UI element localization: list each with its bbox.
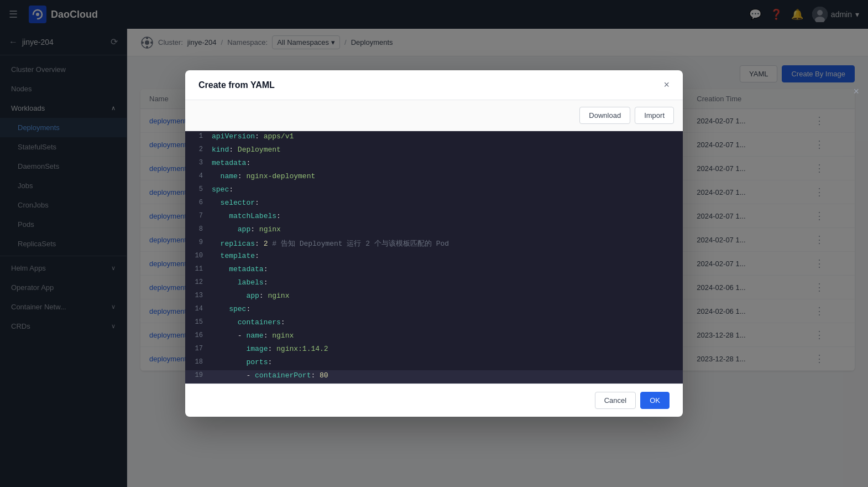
modal-footer: Cancel OK	[185, 384, 683, 417]
line-content[interactable]: matchLabels:	[207, 211, 683, 221]
modal-header: Create from YAML ×	[185, 70, 683, 100]
line-content[interactable]: apiVersion: apps/v1	[207, 131, 683, 142]
code-line: 10 template:	[185, 251, 683, 264]
code-line: 15 containers:	[185, 317, 683, 330]
line-number: 15	[185, 317, 207, 327]
line-content[interactable]: spec:	[207, 184, 683, 195]
line-content[interactable]: metadata:	[207, 264, 683, 274]
modal-overlay[interactable]: × Create from YAML × Download Import 1ap…	[0, 0, 868, 487]
line-content[interactable]: labels:	[207, 277, 683, 288]
line-number: 16	[185, 330, 207, 340]
code-line: 9 replicas: 2 # 告知 Deployment 运行 2 个与该模板…	[185, 237, 683, 251]
code-line: 16 - name: nginx	[185, 330, 683, 344]
create-yaml-modal: Create from YAML × Download Import 1apiV…	[185, 70, 683, 417]
yaml-editor[interactable]: 1apiVersion: apps/v12kind: Deployment3me…	[185, 131, 683, 384]
line-content[interactable]: spec:	[207, 304, 683, 314]
line-content[interactable]: selector:	[207, 198, 683, 208]
line-content[interactable]: - name: nginx	[207, 330, 683, 341]
code-line: 17 image: nginx:1.14.2	[185, 344, 683, 357]
line-content[interactable]: metadata:	[207, 158, 683, 168]
line-content[interactable]: app: nginx	[207, 224, 683, 235]
ok-button[interactable]: OK	[640, 392, 670, 409]
cancel-button[interactable]: Cancel	[595, 392, 636, 409]
line-content[interactable]: app: nginx	[207, 291, 683, 301]
line-number: 18	[185, 357, 207, 367]
modal-close-button[interactable]: ×	[663, 79, 670, 91]
modal-toolbar: Download Import	[185, 100, 683, 131]
line-number: 8	[185, 224, 207, 234]
line-content[interactable]: ports:	[207, 357, 683, 367]
line-number: 14	[185, 304, 207, 314]
line-number: 9	[185, 237, 207, 247]
download-button[interactable]: Download	[579, 107, 630, 124]
line-number: 4	[185, 171, 207, 181]
code-line: 18 ports:	[185, 357, 683, 370]
line-content[interactable]: replicas: 2 # 告知 Deployment 运行 2 个与该模板匹配…	[207, 237, 683, 250]
line-number: 13	[185, 291, 207, 301]
line-number: 6	[185, 198, 207, 208]
line-content[interactable]: - containerPort: 80	[207, 370, 683, 381]
modal-title: Create from YAML	[198, 80, 275, 90]
code-line: 13 app: nginx	[185, 291, 683, 304]
line-number: 2	[185, 144, 207, 154]
line-content[interactable]: template:	[207, 251, 683, 261]
code-line: 4 name: nginx-deployment	[185, 171, 683, 184]
line-number: 5	[185, 184, 207, 194]
code-line: 11 metadata:	[185, 264, 683, 277]
line-number: 3	[185, 158, 207, 168]
line-number: 11	[185, 264, 207, 274]
line-number: 1	[185, 131, 207, 141]
line-content[interactable]: kind: Deployment	[207, 144, 683, 155]
line-number: 17	[185, 344, 207, 354]
code-line: 8 app: nginx	[185, 224, 683, 237]
code-line: 12 labels:	[185, 277, 683, 291]
code-line: 5spec:	[185, 184, 683, 198]
line-content[interactable]: image: nginx:1.14.2	[207, 344, 683, 354]
code-line: 3metadata:	[185, 158, 683, 171]
code-line: 19 - containerPort: 80	[185, 370, 683, 384]
code-line: 6 selector:	[185, 198, 683, 211]
code-line: 14 spec:	[185, 304, 683, 317]
line-content[interactable]: containers:	[207, 317, 683, 328]
line-number: 19	[185, 370, 207, 380]
code-line: 2kind: Deployment	[185, 144, 683, 158]
background-close-button[interactable]: ×	[853, 86, 859, 97]
line-number: 7	[185, 211, 207, 221]
code-line: 7 matchLabels:	[185, 211, 683, 224]
code-line: 1apiVersion: apps/v1	[185, 131, 683, 144]
line-content[interactable]: name: nginx-deployment	[207, 171, 683, 182]
import-button[interactable]: Import	[635, 107, 674, 124]
line-number: 12	[185, 277, 207, 287]
line-number: 10	[185, 251, 207, 261]
